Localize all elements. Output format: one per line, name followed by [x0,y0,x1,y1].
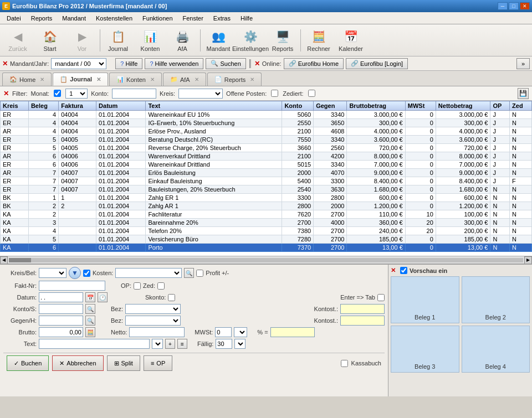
bez1-combo[interactable] [125,304,181,314]
kalender-button[interactable]: 📅 Kalender [335,26,366,55]
col-op[interactable]: OP [490,101,510,111]
close-journal-tab[interactable]: ✕ [96,76,101,82]
back-button[interactable]: ◀ Zurück [2,26,33,55]
mwst-input[interactable] [215,327,232,337]
close-reports-tab[interactable]: ✕ [250,76,254,82]
enter-tab-checkbox[interactable] [377,294,385,301]
kontost1-input[interactable] [340,304,385,314]
buchen-button[interactable]: ✓ Buchen [7,355,49,371]
close-online[interactable]: ✕ [254,60,260,68]
hilfe-button[interactable]: ? Hilfe [115,58,142,69]
suchen-button[interactable]: 🔍 Suchen [206,58,245,69]
tab-konten[interactable]: 📊 Konten ✕ [109,73,162,86]
journal-table-container[interactable]: Kreis Beleg Faktura Datum Text Konto Geg… [0,101,532,256]
close-afa-tab[interactable]: ✕ [195,76,199,82]
mandant-combo[interactable]: mandant / 00 [51,58,106,69]
col-netto[interactable]: Nettobetrag [436,101,490,111]
skonto-checkbox[interactable] [168,294,175,301]
vorschau-checkbox[interactable] [400,267,407,274]
tab-home[interactable]: 🏠 Home ✕ [2,73,52,86]
kontost2-input[interactable] [340,316,385,326]
expand-button[interactable]: » [516,58,530,69]
scroll-track[interactable] [9,258,523,262]
filter-save-button[interactable]: 💾 [518,88,529,99]
menu-reports[interactable]: Reports [27,14,57,23]
gegen-h-input[interactable] [39,316,83,326]
gegen-h-search-button[interactable]: 🔍 [85,316,95,326]
eurofibu-home-button[interactable]: 🔗 Eurofibu Home [284,58,344,69]
netto-input[interactable] [129,327,185,337]
start-button[interactable]: 🏠 Start [34,26,65,55]
op-checkbox[interactable] [134,282,141,290]
close-button[interactable]: ✕ [520,2,530,10]
einstellungen-button[interactable]: ⚙️ Einstellungen [235,26,266,55]
menu-fenster[interactable]: Fenster [178,14,208,23]
faellig-input[interactable] [216,339,232,349]
mandant-button[interactable]: 👥 Mandant [203,26,234,55]
col-gegen[interactable]: Gegen [314,101,347,111]
beleg4-preview[interactable]: Beleg 4 [462,326,530,373]
kreis-down-button[interactable]: ▼ [69,267,81,279]
kosten-search-button[interactable]: 🔍 [184,268,194,278]
bez2-combo[interactable] [125,316,181,326]
col-mwst[interactable]: MWSt [405,101,436,111]
table-row[interactable]: ER 4 04004 01.01.2004 IG-Erwerb, 10% Ste… [1,119,532,127]
percent-input[interactable] [270,327,315,337]
konten-button[interactable]: 📊 Konten [135,26,166,55]
col-beleg[interactable]: Beleg [28,101,58,111]
menu-funktionen[interactable]: Funktionen [138,14,177,23]
fakt-nr-input[interactable] [39,281,105,291]
abbrechen-button[interactable]: ✕ Abbrechen [52,355,103,371]
tab-afa[interactable]: 📁 AfA ✕ [163,73,206,86]
text-input[interactable] [39,339,150,349]
tab-reports[interactable]: 📄 Reports ✕ [207,73,262,86]
split-button[interactable]: ⊞ Split [107,355,140,371]
forward-button[interactable]: ▶ Vor [66,26,98,55]
offene-posten-checkbox[interactable] [271,90,278,97]
kosten-combo[interactable] [115,268,182,278]
col-zed[interactable]: Zed [510,101,532,111]
journal-button[interactable]: 📋 Journal [103,26,134,55]
minimize-button[interactable]: ─ [498,2,508,10]
scroll-thumb[interactable] [9,258,31,262]
text-combo[interactable] [152,339,163,349]
preview-close-button[interactable]: ✕ [391,267,396,274]
profit-checkbox[interactable] [196,270,203,277]
zediert-checkbox[interactable] [308,90,315,97]
hilfe-verwenden-button[interactable]: ? Hilfe verwenden [145,58,203,69]
monat-checkbox[interactable] [54,90,61,97]
table-row[interactable]: KA 4 01.01.2004 Telefon 20% 7380 2700 24… [1,227,532,235]
menu-extras[interactable]: Extras [209,14,235,23]
kreis-bel-combo[interactable] [39,268,66,278]
filter-close[interactable]: ✕ [3,90,9,97]
menu-mandant[interactable]: Mandant [58,14,90,23]
afa-button[interactable]: 🖨️ AfA [167,26,198,55]
menu-hilfe[interactable]: Hilfe [236,14,257,23]
brutto-calc-button[interactable]: 🧮 [85,327,95,337]
scroll-right-button[interactable]: ▶ [524,256,532,264]
col-text[interactable]: Text [146,101,282,111]
col-datum[interactable]: Datum [96,101,146,111]
kassabuch-checkbox[interactable] [341,360,348,367]
text-list-button[interactable]: ≡ [177,339,187,349]
table-row[interactable]: AR 7 04007 01.01.2004 Erlös Bauleistung … [1,169,532,177]
table-row[interactable]: ER 7 04007 01.01.2004 Einkauf Bauleistun… [1,177,532,185]
table-row[interactable]: ER 5 04005 01.01.2004 Reverse Charge, 20… [1,144,532,152]
table-row[interactable]: AR 4 04004 01.01.2004 Erlöse Prov., Ausl… [1,127,532,136]
close-home-tab[interactable]: ✕ [40,76,44,82]
menu-datei[interactable]: Datei [2,14,25,23]
text-plus-button[interactable]: + [165,339,175,349]
menu-kostenstellen[interactable]: Kostenstellen [91,14,137,23]
table-row[interactable]: ER 7 04007 01.01.2004 Bauleistungen, 20%… [1,185,532,194]
datum-input[interactable] [39,292,83,302]
monat-combo[interactable]: 1 [65,89,88,99]
table-row[interactable]: ER 6 04006 01.01.2004 Wareneinkauf Dritt… [1,161,532,169]
table-row[interactable]: AR 6 04006 01.01.2004 Warenverkauf Dritt… [1,152,532,161]
kosten-checkbox[interactable] [83,270,90,277]
table-row[interactable]: BK 2 2 01.01.2004 Zahlg AR 1 2800 2000 1… [1,202,532,210]
konto-s-input[interactable] [39,304,83,314]
close-konten-tab[interactable]: ✕ [150,76,155,82]
zed-checkbox[interactable] [157,282,165,290]
beleg1-preview[interactable]: Beleg 1 [391,276,459,323]
brutto-input[interactable] [39,327,83,337]
